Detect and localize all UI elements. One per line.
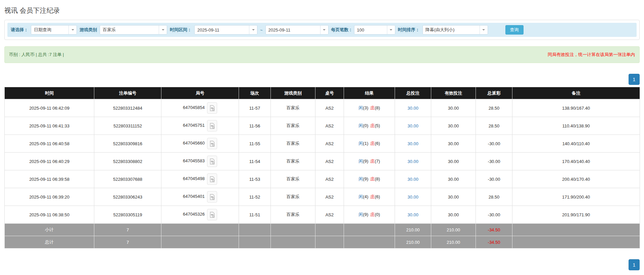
- video-file-icon: [209, 105, 215, 111]
- banker-label: 庄: [370, 105, 375, 110]
- cell-remark: 170.40/140.40: [512, 153, 640, 170]
- banker-label: 庄: [370, 123, 375, 128]
- player-label: 闲: [359, 141, 363, 146]
- column-header: 总投注: [395, 87, 431, 99]
- total-bet-link[interactable]: 30.00: [407, 141, 418, 146]
- player-points: (4): [363, 194, 368, 199]
- video-replay-button[interactable]: [207, 209, 217, 220]
- cell-game-type: 百家乐: [271, 153, 315, 170]
- cell-game-type: 百家乐: [271, 170, 315, 188]
- chevron-down-icon[interactable]: [249, 25, 257, 34]
- cell-payout: 28.50: [476, 117, 512, 135]
- total-bet-link[interactable]: 30.00: [407, 212, 418, 217]
- video-file-icon: [209, 141, 215, 147]
- round-id: 647045660: [183, 141, 205, 146]
- cell-game-type: 百家乐: [271, 188, 315, 206]
- cell-game-type: 百家乐: [271, 206, 315, 224]
- cell-remark: 138.90/167.40: [512, 99, 640, 117]
- total-row: 总计 7 210.00 210.00 -34.50: [5, 236, 640, 249]
- cell-result: 闲(3)庄(8): [344, 99, 395, 117]
- player-label: 闲: [359, 105, 363, 110]
- banker-label: 庄: [370, 194, 375, 199]
- video-replay-button[interactable]: [207, 191, 217, 203]
- query-type-select[interactable]: 日期查询: [31, 25, 77, 35]
- subtotal-count: 7: [94, 224, 161, 236]
- video-replay-button[interactable]: [207, 173, 217, 185]
- chevron-down-icon[interactable]: [159, 25, 167, 34]
- page-1-button[interactable]: 1: [629, 74, 640, 85]
- page-1-button[interactable]: 1: [629, 259, 640, 270]
- page-size-select[interactable]: 100: [354, 25, 395, 35]
- cell-valid-bet: 30.00: [431, 153, 476, 170]
- time-sort-select[interactable]: 降幕(由大到小): [423, 25, 488, 35]
- cell-result: 闲(9)庄(7): [344, 153, 395, 170]
- cell-round-id: 647045583: [161, 153, 239, 170]
- chevron-down-icon[interactable]: [387, 25, 395, 34]
- banker-points: (6): [375, 141, 380, 146]
- column-header: 时间: [5, 87, 94, 99]
- cell-total-bet: 30.00: [395, 99, 431, 117]
- column-header: 注单编号: [94, 87, 161, 99]
- cell-total-bet: 30.00: [395, 170, 431, 188]
- video-file-icon: [209, 176, 215, 182]
- chevron-down-icon[interactable]: [68, 25, 77, 34]
- cell-time: 2025-09-11 06:39:58: [5, 170, 94, 188]
- table-row: 2025-09-11 06:40:58 522803309816 6470456…: [5, 135, 640, 153]
- cell-remark: 140.40/110.40: [512, 135, 640, 153]
- cell-result: 闲(9)庄(0): [344, 206, 395, 224]
- round-id: 647045583: [183, 158, 205, 163]
- banker-label: 庄: [370, 212, 375, 217]
- table-header-row: 时间注单编号局号场次游戏类别桌号结果总投注有效投注总派彩备注: [5, 87, 640, 99]
- cell-remark: 110.40/138.90: [512, 117, 640, 135]
- video-replay-button[interactable]: [207, 120, 217, 131]
- cell-result: 闲(4)庄(6): [344, 188, 395, 206]
- column-header: 总派彩: [476, 87, 512, 99]
- cell-table-no: AS2: [315, 135, 344, 153]
- date-to-select[interactable]: 2025-09-11: [265, 25, 329, 35]
- total-bet-link[interactable]: 30.00: [407, 106, 418, 111]
- cell-table-no: AS2: [315, 117, 344, 135]
- column-header: 桌号: [315, 87, 344, 99]
- total-valid-bet: 210.00: [431, 236, 476, 249]
- player-label: 闲: [359, 176, 363, 181]
- cell-session: 11-55: [239, 135, 271, 153]
- column-header: 场次: [239, 87, 271, 99]
- round-id: 647045498: [183, 176, 205, 181]
- banker-label: 庄: [370, 159, 375, 164]
- total-label: 总计: [5, 236, 94, 249]
- bet-records-table: 时间注单编号局号场次游戏类别桌号结果总投注有效投注总派彩备注 2025-09-1…: [4, 87, 640, 249]
- cell-bet-id: 522803309816: [94, 135, 161, 153]
- player-points: (9): [363, 212, 368, 217]
- same-round-note: 同局有效投注，统一计算在该局第一张注单内: [548, 52, 635, 58]
- video-file-icon: [209, 212, 215, 218]
- chevron-down-icon[interactable]: [480, 25, 488, 34]
- player-label: 闲: [359, 194, 363, 199]
- round-id: 647045401: [183, 194, 205, 199]
- cell-payout: 28.50: [476, 99, 512, 117]
- cell-payout: -30.00: [476, 135, 512, 153]
- cell-payout: -30.00: [476, 170, 512, 188]
- cell-result: 闲(0)庄(5): [344, 117, 395, 135]
- subtotal-row: 小计 7 210.00 210.00 -34.50: [5, 224, 640, 236]
- game-type-select[interactable]: 百家乐: [100, 25, 167, 35]
- total-bet-link[interactable]: 30.00: [407, 123, 418, 128]
- date-from-select[interactable]: 2025-09-11: [194, 25, 257, 35]
- total-bet-link[interactable]: 30.00: [407, 195, 418, 200]
- video-replay-button[interactable]: [207, 138, 217, 149]
- total-bet-link[interactable]: 30.00: [407, 177, 418, 182]
- cell-game-type: 百家乐: [271, 117, 315, 135]
- search-button[interactable]: 查询: [505, 25, 524, 35]
- cell-valid-bet: 30.00: [431, 135, 476, 153]
- chevron-down-icon[interactable]: [320, 25, 328, 34]
- round-id: 647045326: [183, 212, 205, 217]
- video-replay-button[interactable]: [207, 156, 217, 167]
- cell-round-id: 647045498: [161, 170, 239, 188]
- cell-round-id: 647045401: [161, 188, 239, 206]
- total-bet-link[interactable]: 30.00: [407, 159, 418, 164]
- table-row: 2025-09-11 06:39:20 522803306243 6470454…: [5, 188, 640, 206]
- game-type-value: 百家乐: [100, 25, 159, 34]
- video-replay-button[interactable]: [207, 102, 217, 114]
- total-payout: -34.50: [476, 236, 512, 249]
- time-range-label: 时间区间：: [170, 27, 192, 33]
- cell-payout: -30.00: [476, 153, 512, 170]
